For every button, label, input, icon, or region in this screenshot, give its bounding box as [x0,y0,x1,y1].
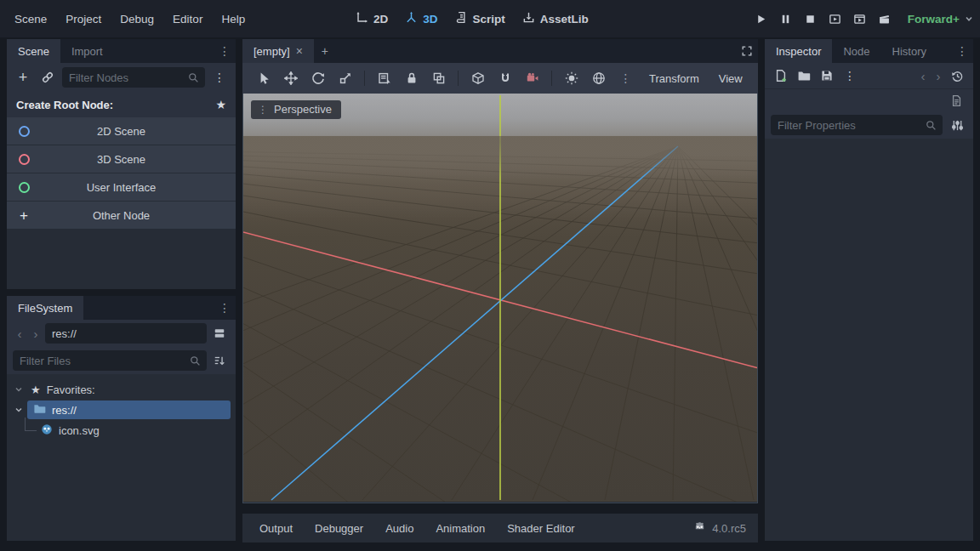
history-back-icon[interactable]: ‹ [13,327,26,341]
menu-project[interactable]: Project [56,9,111,30]
version-label: 4.0.rc5 [712,522,746,535]
new-resource-icon[interactable] [771,65,791,86]
tab-import[interactable]: Import [60,39,114,63]
selected-folder-row[interactable]: res:// [27,400,231,419]
create-3d-scene-button[interactable]: 3D Scene [7,145,236,173]
add-scene-tab-icon[interactable]: + [314,39,336,63]
main-editor: [empty] × + ⋮ Transform View [242,39,758,503]
tab-scene[interactable]: Scene [7,39,60,63]
tab-node[interactable]: Node [832,39,880,63]
pause-button[interactable] [774,8,797,30]
preview-environment-icon[interactable] [585,66,612,90]
workspace-2d-button[interactable]: 2D [347,7,396,31]
create-2d-scene-button[interactable]: 2D Scene [7,117,236,145]
renderer-label: Forward+ [908,13,960,26]
version-button[interactable]: 4.0.rc5 [693,520,751,536]
bottom-tab-debugger[interactable]: Debugger [305,514,373,542]
workspace-script-button[interactable]: Script [447,7,514,31]
collapse-caret-icon[interactable] [14,406,23,414]
movie-maker-icon[interactable] [873,8,896,30]
filesystem-dock-menu-icon[interactable]: ⋮ [214,296,236,320]
rotate-tool-icon[interactable] [305,66,331,90]
bottom-tab-shader-editor[interactable]: Shader Editor [497,514,585,542]
play-custom-scene-button[interactable] [848,8,871,30]
edit-back-icon[interactable]: ‹ [916,69,930,83]
transform-menu[interactable]: Transform [640,72,709,85]
current-path-input[interactable] [45,323,207,344]
inspector-filter-bar [765,111,973,139]
workspace-assetlib-button[interactable]: AssetLib [514,7,597,31]
renderer-dropdown[interactable]: Forward+ [908,13,973,26]
tree-elbow [25,418,37,431]
collapse-caret-icon[interactable] [14,385,23,394]
bottom-tab-output[interactable]: Output [249,514,303,542]
lock-icon[interactable] [398,66,424,90]
tab-filesystem[interactable]: FileSystem [7,296,83,320]
3d-viewport[interactable]: ⋮ Perspective [242,94,758,503]
group-icon[interactable] [425,66,452,90]
menu-help[interactable]: Help [212,9,254,30]
favorites-item[interactable]: ★ Favorites: [7,379,236,400]
filesystem-nav-bar: ‹ › [7,320,236,347]
bottom-tab-audio[interactable]: Audio [375,514,424,542]
filesystem-dock: FileSystem ⋮ ‹ › ★ Favorites: [7,296,236,541]
save-resource-icon[interactable] [817,65,837,86]
scene-dock-menu-icon[interactable]: ⋮ [214,39,236,63]
tab-history[interactable]: History [881,39,937,63]
filter-nodes-input[interactable] [62,67,205,88]
object-history-icon[interactable] [947,65,967,86]
perspective-menu-button[interactable]: ⋮ Perspective [251,100,341,119]
menu-scene[interactable]: Scene [5,9,56,30]
history-forward-icon[interactable]: › [29,327,43,341]
close-icon[interactable]: × [296,44,303,58]
menu-editor[interactable]: Editor [163,9,212,30]
property-tools-icon[interactable] [947,115,967,135]
view-menu[interactable]: View [709,72,752,85]
dots-icon: ⋮ [258,104,268,116]
play-scene-button[interactable] [823,8,846,30]
move-tool-icon[interactable] [277,66,304,90]
tab-inspector[interactable]: Inspector [765,39,832,63]
edit-forward-icon[interactable]: › [932,69,945,83]
file-sort-icon[interactable] [209,350,230,371]
menu-debug[interactable]: Debug [111,9,163,30]
split-view-icon[interactable] [209,323,230,344]
godot-file-icon [41,423,53,438]
viewport-settings-icon[interactable]: ⋮ [612,66,639,90]
filter-files-input[interactable] [13,350,207,371]
scale-tool-icon[interactable] [332,66,358,90]
list-select-icon[interactable] [371,66,397,90]
workspace-3d-button[interactable]: 3D [396,7,446,31]
bottom-tab-animation[interactable]: Animation [425,514,495,542]
snap-magnet-icon[interactable] [492,66,518,90]
expand-viewport-icon[interactable] [736,39,758,63]
mesh-cube-icon[interactable] [464,66,491,90]
create-user-interface-button[interactable]: User Interface [7,173,236,201]
scene-toolbar-menu-icon[interactable]: ⋮ [209,67,230,88]
favorite-star-icon[interactable]: ★ [215,98,226,111]
scene-toolbar: + ⋮ [7,63,236,92]
workspace-assetlib-label: AssetLib [540,13,589,26]
play-button[interactable] [749,8,772,30]
viewport-toolbar: ⋮ Transform View [242,63,758,94]
scene-tab-empty[interactable]: [empty] × [242,39,314,63]
filter-properties-input[interactable] [771,115,943,135]
preview-camera-icon[interactable] [519,66,545,90]
file-label: icon.svg [59,424,100,437]
documentation-icon[interactable] [946,90,966,111]
inspector-dock-menu-icon[interactable]: ⋮ [951,39,973,63]
filesystem-dock-tabs: FileSystem ⋮ [7,296,236,320]
create-other-node-button[interactable]: + Other Node [7,202,236,229]
preview-sun-icon[interactable] [558,66,584,90]
file-item-icon-svg[interactable]: icon.svg [7,420,236,440]
select-tool-icon[interactable] [250,66,276,90]
3d-icon [405,11,418,26]
godot-logo-icon [693,520,706,536]
inspector-dock-tabs: Inspector Node History ⋮ [765,39,973,63]
stop-button[interactable] [799,8,822,30]
instance-scene-link-icon[interactable] [37,67,58,88]
resource-extra-menu-icon[interactable]: ⋮ [840,65,860,86]
add-node-icon[interactable]: + [13,67,33,88]
load-resource-folder-icon[interactable] [794,65,814,86]
res-root-item[interactable]: res:// [7,400,236,420]
